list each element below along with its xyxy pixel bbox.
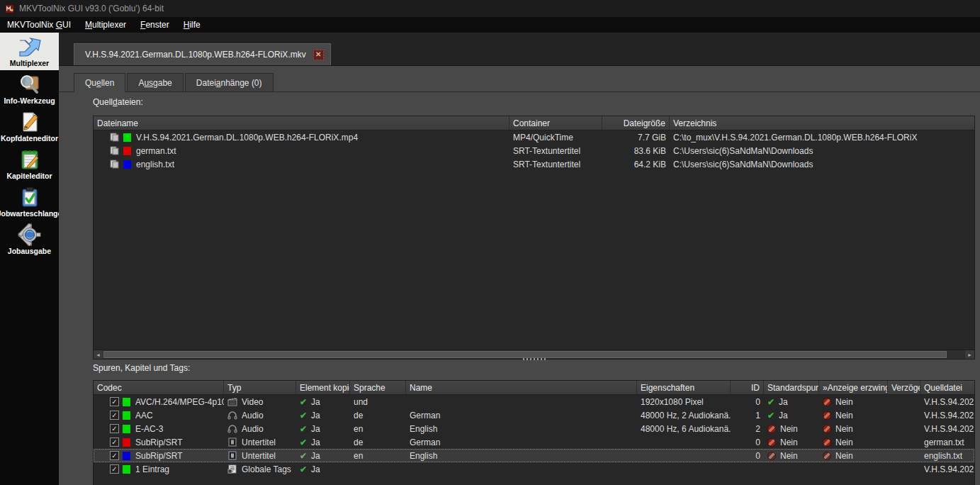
track-checkbox[interactable]: ✓ <box>110 397 119 406</box>
sidebar-item-kopfdateneditor[interactable]: Kopfdateneditor <box>0 108 59 145</box>
track-type: Globale Tags <box>242 464 291 474</box>
track-id: 0 <box>731 449 764 462</box>
column-header[interactable]: Verzöger <box>888 381 920 394</box>
column-header[interactable]: Container <box>509 116 602 130</box>
track-checkbox[interactable]: ✓ <box>110 424 119 433</box>
scrollbar-thumb[interactable] <box>103 351 947 358</box>
track-color-swatch <box>123 160 131 169</box>
track-color-swatch <box>123 452 130 460</box>
track-source: V.H.S.94.2021 <box>920 422 975 435</box>
no-icon <box>823 438 831 447</box>
track-properties: 48000 Hz, 6 Audiokanä... <box>637 422 731 435</box>
column-header[interactable]: Typ <box>224 381 296 394</box>
column-header[interactable]: Eigenschaften <box>637 381 731 394</box>
column-header[interactable]: Name <box>406 381 637 394</box>
track-row[interactable]: ✓ 1 Eintrag Globale Tags ✔Ja V.H.S.94.20… <box>94 462 974 476</box>
column-header[interactable]: Standardspur <box>764 381 819 394</box>
tracks-label: Spuren, Kapitel und Tags: <box>93 363 190 373</box>
source-file-container: SRT-Textuntertitel <box>509 144 602 157</box>
file-icon <box>110 133 119 142</box>
tracks-table: Codec Typ Element kopie Sprache Name Eig… <box>93 380 975 485</box>
yes-icon: ✔ <box>300 464 307 474</box>
track-row[interactable]: ✓ AVC/H.264/MPEG-4p10 Video ✔Ja und 1920… <box>94 395 974 408</box>
menu-multiplexer[interactable]: Multiplexer <box>78 17 133 33</box>
document-tabbar: V.H.S.94.2021.German.DL.1080p.WEB.h264-F… <box>59 33 980 66</box>
app-icon <box>5 4 14 13</box>
track-row[interactable]: ✓ AAC Audio ✔Ja de German 48000 Hz, 2 Au… <box>94 408 974 422</box>
close-tab-icon[interactable]: ✕ <box>313 50 324 60</box>
source-file-row[interactable]: english.txt SRT-Textuntertitel 64.2 KiB … <box>94 157 974 171</box>
column-header[interactable]: ID <box>731 381 764 394</box>
track-id: 2 <box>731 422 764 435</box>
track-codec: E-AC-3 <box>135 424 163 434</box>
mkvtoolnix-window: { "window": { "title": "MKVToolNix GUI v… <box>0 0 980 485</box>
column-header[interactable]: Verzeichnis <box>670 116 975 130</box>
track-checkbox[interactable]: ✓ <box>110 451 119 460</box>
track-id: 0 <box>731 395 764 408</box>
track-properties: 48000 Hz, 2 Audiokanä... <box>637 408 731 422</box>
track-codec: 1 Eintrag <box>135 464 169 474</box>
column-header[interactable]: Codec <box>94 381 224 394</box>
track-properties <box>637 449 731 462</box>
sidebar-item-info-werkzeug[interactable]: Info-Werkzeug <box>0 70 59 108</box>
tab-quellen[interactable]: Quellen <box>74 73 125 92</box>
track-checkbox[interactable]: ✓ <box>110 464 119 474</box>
track-delay <box>888 449 920 462</box>
sidebar-item-kapiteleditor[interactable]: Kapiteleditor <box>0 145 59 183</box>
menu-mkvtoolnix-gui[interactable]: MKVToolNix GUI <box>0 17 78 33</box>
tab-ausgabe[interactable]: Ausgabe <box>127 73 183 92</box>
scroll-left-icon[interactable]: ◄ <box>94 350 103 359</box>
track-row-selected[interactable]: ✓ SubRip/SRT Untertitel ✔Ja en English 0… <box>94 449 974 462</box>
menu-fenster[interactable]: Fenster <box>133 17 176 33</box>
yes-icon: ✔ <box>300 451 307 461</box>
track-codec: SubRip/SRT <box>135 437 182 447</box>
video-icon <box>227 397 237 406</box>
column-header[interactable]: Dateigröße <box>602 116 670 130</box>
no-icon <box>823 425 831 433</box>
track-forced <box>819 462 888 476</box>
track-language: en <box>350 422 406 435</box>
track-properties <box>637 435 731 449</box>
column-header[interactable]: Element kopie <box>296 381 350 394</box>
yes-icon: ✔ <box>300 424 307 434</box>
source-file-container: MP4/QuickTime <box>509 130 602 144</box>
track-source: V.H.S.94.2021 <box>920 395 975 408</box>
menubar: MKVToolNix GUI Multiplexer Fenster Hilfe <box>0 17 980 33</box>
no-icon <box>767 438 776 447</box>
no-icon <box>823 452 831 460</box>
track-source: english.txt <box>920 449 975 462</box>
sidebar-item-label: Kopfdateneditor <box>1 134 58 143</box>
column-header[interactable]: Quelldatei <box>920 381 975 394</box>
yes-icon: ✔ <box>300 437 307 447</box>
document-tab[interactable]: V.H.S.94.2021.German.DL.1080p.WEB.h264-F… <box>74 43 331 65</box>
column-header[interactable]: »Anzeige erzwing <box>819 381 888 394</box>
track-default <box>764 462 819 476</box>
track-name <box>406 462 637 476</box>
track-checkbox[interactable]: ✓ <box>110 437 119 447</box>
track-type: Video <box>242 397 263 407</box>
titlebar: MKVToolNix GUI v93.0 ('Goblu') 64-bit <box>0 0 980 17</box>
track-row[interactable]: ✓ SubRip/SRT Untertitel ✔Ja de German 0 … <box>94 435 974 449</box>
track-language: und <box>350 395 406 408</box>
source-files-header: Dateiname Container Dateigröße Verzeichn… <box>94 116 974 130</box>
track-checkbox[interactable]: ✓ <box>110 411 119 420</box>
tab-dateianhaenge[interactable]: Dateianhänge (0) <box>185 73 274 92</box>
menu-hilfe[interactable]: Hilfe <box>176 17 208 33</box>
column-header[interactable]: Sprache <box>350 381 406 394</box>
chapter-editor-icon <box>18 148 42 171</box>
track-name <box>406 395 637 408</box>
source-file-row[interactable]: german.txt SRT-Textuntertitel 83.6 KiB C… <box>94 144 974 157</box>
sidebar-item-jobausgabe[interactable]: Jobausgabe <box>0 221 59 258</box>
track-id: 0 <box>731 435 764 449</box>
track-delay <box>888 395 920 408</box>
no-icon <box>823 411 831 420</box>
sidebar-item-multiplexer[interactable]: Multiplexer <box>0 33 59 70</box>
subtitle-icon <box>227 451 237 460</box>
source-file-row[interactable]: V.H.S.94.2021.German.DL.1080p.WEB.h264-F… <box>94 130 974 144</box>
sidebar-item-jobwarteschlange[interactable]: Jobwarteschlange <box>0 183 59 221</box>
splitter-grip[interactable] <box>523 358 546 360</box>
source-file-container: SRT-Textuntertitel <box>509 157 602 171</box>
column-header[interactable]: Dateiname <box>94 116 509 130</box>
track-row[interactable]: ✓ E-AC-3 Audio ✔Ja en English 48000 Hz, … <box>94 422 974 435</box>
scroll-right-icon[interactable]: ► <box>965 350 974 359</box>
